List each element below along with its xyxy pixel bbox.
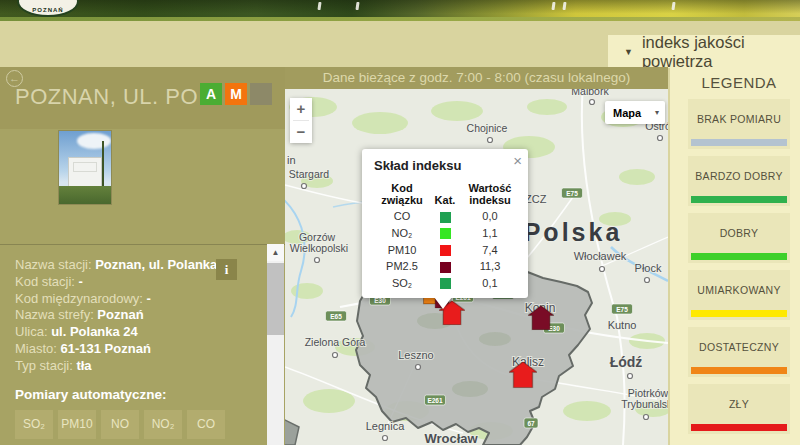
map-type-dropdown[interactable]: Mapa ▾ [605,101,665,124]
station-info-panel: Nazwa stacji: Poznan, ul. PolankaKod sta… [0,244,285,445]
detail-label: Nazwa stacji: [15,257,95,272]
city-dot [658,136,663,141]
zoom-in-button[interactable]: + [290,98,312,120]
automatic-measurements-heading: Pomiary automatyczne: [15,387,285,402]
measurement-button-NO[interactable]: NO₂ [144,410,182,439]
category-color-square [440,212,451,223]
legend-item-label: BARDZO DOBRY [688,156,790,196]
city-dot [333,353,338,358]
pollutant-index-value: 7,4 [460,244,520,256]
station-type-badge-A[interactable]: A [200,83,222,105]
svg-text:E75: E75 [616,306,628,313]
city-label-Polska: Polska [524,218,623,246]
legend-item-umiarkowany: UMIARKOWANY [688,270,790,320]
legend-color-bar [691,310,787,317]
scroll-up-arrow-icon[interactable]: ▲ [267,244,284,261]
cloud-art [77,133,111,149]
measuring-container-art [68,157,102,189]
city-dot [628,374,633,379]
pollutant-index-value: 0,1 [460,277,520,289]
city-label-in: in [287,154,296,166]
detail-label: Miasto: [15,341,61,356]
category-color-square [440,278,451,289]
legend-color-bar [691,367,787,374]
popup-tail [434,297,452,309]
detail-value: - [147,291,151,306]
index-composition-popup: Skład indeksu × Kod związkuKat.Wartość i… [362,149,528,298]
station-header: ← POZNAN, UL. POLAN... AM [0,67,285,129]
city-dot [302,184,307,189]
legend-color-bar [691,424,787,431]
station-detail-row: Nazwa stacji: Poznan, ul. Polanka [15,257,285,274]
city-label-Chojnice: Chojnice [467,122,508,134]
banner-text-fragment [317,2,321,10]
category-color-square [440,262,451,273]
detail-value: Poznań [97,307,143,322]
detail-value: 61-131 Poznań [61,341,151,356]
pollutant-category [430,277,460,290]
pollutant-category [430,210,460,223]
pollutant-category [430,227,460,240]
station-type-badge-M[interactable]: M [225,83,247,105]
banner-text-fragment [562,2,566,10]
station-details: Nazwa stacji: Poznan, ul. PolankaKod sta… [15,257,285,375]
city-dot [488,138,493,143]
legend-panel: LEGENDA BRAK POMIARUBARDZO DOBRYDOBRYUMI… [670,68,800,445]
city-label-Trybunalski: Trybunalski [621,398,668,410]
info-button[interactable]: i [216,259,237,280]
detail-value: Poznan, ul. Polanka [95,257,217,272]
measurement-button-PM10[interactable]: PM10 [58,410,96,439]
detail-value: - [79,274,83,289]
city-label-Malbork: Malbork [571,89,609,97]
legend-item-z-y: ZŁY [688,384,790,434]
station-type-badge-blank[interactable] [250,83,272,105]
pollutant-code: SO₂ [374,277,430,289]
zoom-out-button[interactable]: − [290,121,312,143]
legend-item-label: ZŁY [688,384,790,424]
legend-title: LEGENDA [688,74,790,91]
city-label-Łódź: Łódź [610,354,643,370]
measurement-buttons: SO₂PM10NONO₂CO [15,410,285,439]
detail-label: Nazwa strefy: [15,307,97,322]
app-root: POZNAŃ ▼ indeks jakości powietrza ← POZN… [0,0,800,445]
detail-label: Kod międzynarodowy: [15,291,147,306]
city-label-Legnica: Legnica [366,420,405,432]
city-label-Włocławek: Włocławek [574,250,627,262]
air-quality-index-dropdown[interactable]: ▼ indeks jakości powietrza [608,35,800,68]
popup-column-header: Kat. [430,194,460,206]
pollutant-code: CO [374,210,430,222]
data-timestamp-bar: Dane bieżące z godz. 7:00 - 8:00 (czasu … [285,67,668,89]
legend-item-label: DOSTATECZNY [688,327,790,367]
measurement-buttons-row2-cut [15,439,285,445]
pollutant-code: PM10 [374,244,430,256]
popup-column-header: Kod związku [374,182,430,206]
map-canvas[interactable]: E65E30E261E261E30E75E7567 inStargardChoj… [285,89,668,445]
scrollbar-thumb[interactable] [267,263,284,335]
legend-item-label: UMIARKOWANY [688,270,790,310]
poznan-logo: POZNAŃ [17,0,79,17]
city-label-Stargard: Stargard [289,168,329,180]
svg-text:E65: E65 [330,313,342,320]
legend-item-brak-pomiaru: BRAK POMIARU [688,99,790,149]
popup-title: Skład indeksu [374,158,518,173]
detail-value: tła [76,358,91,373]
pollutant-index-value: 0,0 [460,210,520,222]
svg-text:67: 67 [527,420,535,427]
sidebar-scrollbar[interactable]: ▲ [267,244,284,445]
popup-close-button[interactable]: × [513,153,522,168]
city-label-Płock: Płock [635,262,662,274]
legend-item-dobry: DOBRY [688,213,790,263]
station-type-badges: AM [200,83,272,105]
measurement-button-CO[interactable]: CO [187,410,225,439]
pollutant-category [430,260,460,273]
city-dot [644,415,649,420]
city-dot [383,436,388,441]
detail-value: ul. Polanka 24 [51,324,138,339]
station-detail-row: Miasto: 61-131 Poznań [15,341,285,358]
category-color-square [440,228,451,239]
svg-text:E75: E75 [566,190,578,197]
legend-color-bar [691,139,787,146]
legend-items: BRAK POMIARUBARDZO DOBRYDOBRYUMIARKOWANY… [688,99,790,434]
measurement-button-NO[interactable]: NO [101,410,139,439]
measurement-button-SO[interactable]: SO₂ [15,410,53,439]
